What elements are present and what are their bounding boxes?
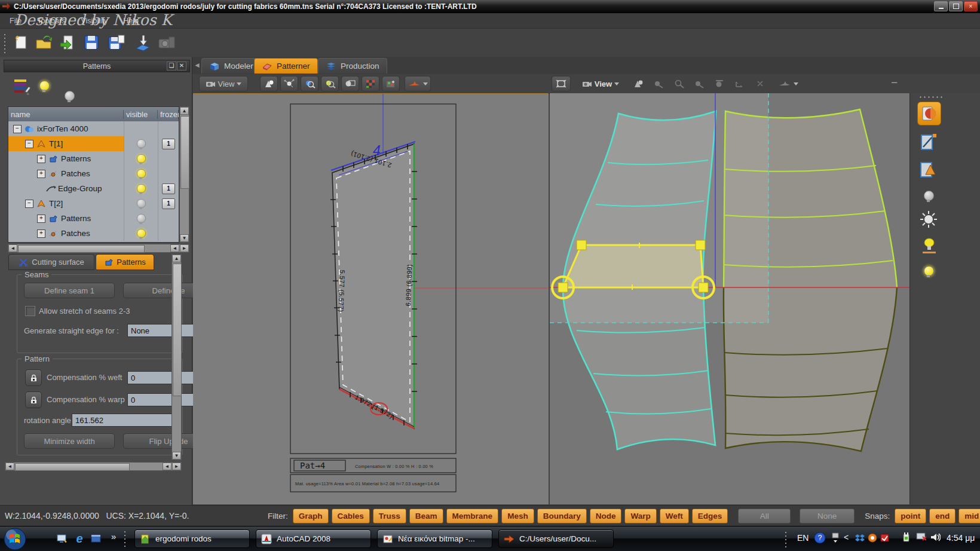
quicklaunch-ie-icon[interactable]: e (73, 532, 86, 544)
strip-handle-top-right[interactable] (696, 240, 705, 250)
filter-all-button[interactable]: All (738, 509, 791, 524)
tray-collapse-chevron[interactable]: < (844, 532, 849, 542)
tab-patterner[interactable]: Patterner (254, 58, 318, 74)
tree-row-patches-1[interactable]: + Patches (8, 166, 179, 181)
define-seam-1-button[interactable]: Define seam 1 (24, 283, 115, 298)
shading-mode-button-2[interactable] (629, 76, 647, 91)
view-menu-left[interactable]: View (199, 76, 248, 91)
zoom-tool-1[interactable] (650, 76, 667, 91)
tab-patterns[interactable]: Patterns (96, 254, 154, 270)
frozen-toggle[interactable]: 1 (162, 139, 175, 149)
col-visible[interactable]: visible (124, 110, 158, 119)
quicklaunch-desktop-icon[interactable] (56, 533, 69, 545)
visible-toggle-icon[interactable] (136, 154, 145, 163)
grid-props-button[interactable] (382, 76, 400, 91)
minimize-width-button[interactable]: Minimize width (24, 433, 115, 449)
ambient-light-button[interactable] (917, 208, 940, 231)
task-ixforten-app[interactable]: C:/Users/user/Docu... (498, 529, 614, 548)
zoom-tool-3[interactable] (690, 76, 708, 91)
frozen-toggle[interactable]: 1 (162, 183, 175, 194)
start-button[interactable] (4, 528, 26, 551)
filter-mesh[interactable]: Mesh (501, 509, 534, 524)
grid-table-button[interactable] (362, 76, 379, 91)
menu-visibility[interactable]: Visibility (81, 17, 108, 25)
weft-input[interactable]: 0 (127, 371, 199, 384)
filter-weft[interactable]: Weft (660, 509, 689, 524)
visible-toggle-icon[interactable] (136, 229, 145, 238)
rotation-input[interactable]: 161.562 (72, 414, 172, 427)
visible-toggle-icon[interactable] (136, 214, 145, 223)
expander-icon[interactable]: + (37, 170, 45, 178)
open-file-icon[interactable] (33, 32, 54, 53)
col-name[interactable]: name (8, 110, 124, 119)
tree-row-ixforten[interactable]: − ixForTen 4000 (8, 121, 179, 136)
tree-row-patterns-2[interactable]: + Patterns (8, 211, 179, 226)
expander-icon[interactable]: − (13, 125, 22, 133)
panel-header[interactable]: Patterns ❏ ✕ (4, 60, 190, 72)
straight-edge-select[interactable]: None (127, 324, 199, 337)
visible-toggle-icon[interactable] (136, 169, 145, 178)
close-button[interactable]: × (964, 1, 978, 11)
filter-warp[interactable]: Warp (624, 509, 656, 524)
tab-scroll-left-icon[interactable]: ◄ (194, 61, 201, 69)
dropbox-tray-icon[interactable] (855, 533, 865, 543)
task-autocad[interactable]: AutoCAD 2008 (256, 529, 371, 548)
shading-mode-button[interactable] (260, 76, 278, 91)
membrane-t2-fill[interactable] (724, 109, 897, 451)
maximize-button[interactable] (949, 1, 963, 11)
task-paint[interactable]: Νέα εικόνα bitmap -... (377, 529, 492, 548)
tree-vscrollbar[interactable]: ▲ ▼ (179, 106, 189, 243)
props-vscrollbar[interactable]: ▲ ▼ (172, 254, 182, 460)
stretch-checkbox[interactable] (25, 306, 35, 316)
sidebar-grip[interactable] (918, 96, 942, 99)
language-indicator[interactable]: EN (797, 533, 808, 543)
orbit-tool[interactable] (731, 76, 749, 91)
clock[interactable]: 4:54 μμ (947, 533, 975, 543)
select-nodes-button[interactable] (280, 76, 298, 91)
filter-beam[interactable]: Beam (409, 509, 443, 524)
light-off-button[interactable] (917, 184, 940, 207)
panel-close-icon[interactable]: ✕ (177, 62, 186, 71)
view-menu-right[interactable]: View (575, 76, 626, 91)
tree-row-t1[interactable]: − T[1] 1 (8, 136, 179, 151)
snap-end[interactable]: end (929, 509, 956, 524)
strip-handle-top-left[interactable] (577, 240, 586, 250)
expander-icon[interactable]: + (37, 215, 45, 223)
snap-point[interactable]: point (895, 509, 926, 524)
filter-boundary[interactable]: Boundary (537, 509, 587, 524)
zoom-patch-button[interactable] (321, 76, 339, 91)
panel-float-icon[interactable]: ❏ (167, 62, 176, 71)
zoom-select-button[interactable] (301, 76, 318, 91)
expander-icon[interactable]: − (25, 200, 33, 208)
orange-tray-icon[interactable] (867, 533, 878, 543)
filter-graph[interactable]: Graph (293, 509, 329, 524)
lock-warp-button[interactable] (25, 391, 42, 408)
import-icon[interactable] (57, 32, 78, 53)
model-3d-viewport[interactable] (550, 93, 909, 504)
rotate-tool[interactable] (751, 76, 769, 91)
clip-region-button[interactable] (341, 76, 359, 91)
pan-tool[interactable] (710, 76, 728, 91)
tree-row-t2[interactable]: − T[2] 1 (8, 196, 179, 211)
save-as-icon[interactable] (106, 32, 127, 53)
expander-icon[interactable]: + (37, 155, 45, 163)
filter-edges[interactable]: Edges (692, 509, 728, 524)
quicklaunch-window-icon[interactable] (90, 533, 103, 545)
toolbar-grip[interactable] (4, 33, 6, 53)
props-hscrollbar[interactable]: ◄ ◄ ► (5, 462, 182, 471)
display-tray-icon[interactable] (915, 532, 926, 542)
render-preview-button[interactable] (917, 102, 941, 125)
warp-input[interactable]: 0 (127, 393, 199, 406)
filter-truss[interactable]: Truss (373, 509, 406, 524)
expander-icon[interactable]: − (25, 140, 33, 148)
power-tray-icon[interactable] (901, 532, 912, 542)
lock-weft-button[interactable] (25, 369, 42, 386)
layer-list-icon[interactable] (13, 77, 31, 98)
visible-toggle-icon[interactable] (136, 184, 145, 193)
volume-tray-icon[interactable] (930, 532, 941, 542)
tree-row-edge-group[interactable]: Edge-Group 1 (8, 181, 179, 196)
strip-handle-bottom-right[interactable] (699, 283, 708, 292)
tab-modeler[interactable]: Modeler (201, 58, 261, 74)
tree-hscrollbar[interactable]: ◄ ◄ ► (8, 244, 189, 253)
wireframe-view-button[interactable] (917, 130, 940, 153)
